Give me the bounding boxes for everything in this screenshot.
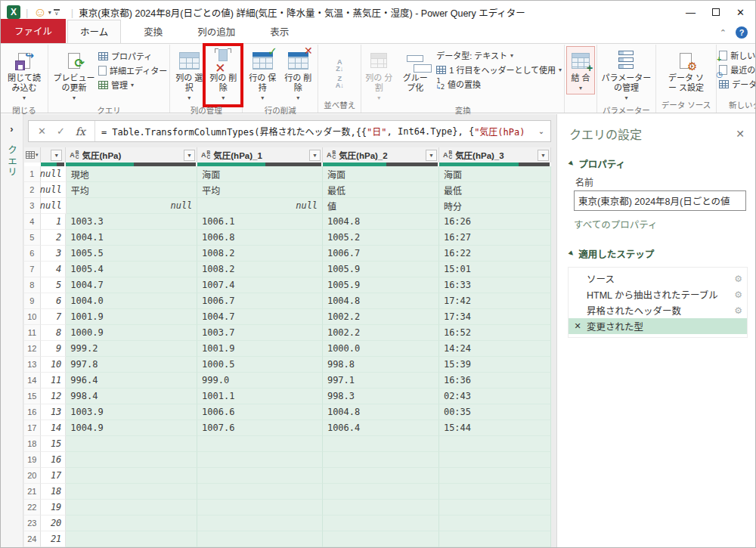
cell[interactable]: 1004.1 [66, 230, 197, 246]
formula-input[interactable]: = Table.TransformColumnTypes(昇格されたヘッダー数,… [95, 121, 532, 141]
cell-day[interactable]: 16 [41, 452, 67, 468]
formula-cancel-icon[interactable]: ✕ [38, 125, 46, 137]
cell[interactable]: 16:33 [439, 277, 551, 293]
filter-dropdown-icon[interactable]: ▼ [426, 150, 437, 161]
cell[interactable] [197, 500, 323, 515]
cell[interactable] [66, 484, 197, 500]
cell[interactable]: 1004.9 [66, 420, 197, 436]
step-settings-gear-icon[interactable]: ⚙ [734, 289, 742, 300]
tab-home[interactable]: ホーム [67, 20, 121, 43]
cell[interactable]: 14:24 [439, 341, 551, 357]
collapse-ribbon-icon[interactable]: ⌃ [720, 28, 727, 38]
filter-dropdown-icon[interactable]: ▼ [309, 150, 321, 161]
cell-day[interactable]: 13 [41, 404, 67, 420]
row-number[interactable]: 20 [24, 468, 41, 484]
cell[interactable]: 1008.2 [197, 262, 323, 277]
cell-day[interactable]: 8 [41, 325, 67, 341]
cell[interactable]: null [67, 198, 198, 214]
row-number[interactable]: 23 [24, 515, 41, 531]
filter-dropdown-icon[interactable]: ▼ [51, 150, 62, 161]
cell[interactable]: 海面 [197, 166, 323, 182]
row-number[interactable]: 14 [24, 373, 41, 389]
cell[interactable] [439, 468, 551, 484]
row-number[interactable]: 15 [24, 389, 41, 404]
cell[interactable]: 16:52 [439, 325, 551, 341]
cell[interactable]: 1002.2 [323, 325, 439, 341]
properties-button[interactable]: プロパティ [98, 50, 167, 62]
cell[interactable]: 17:34 [439, 309, 551, 325]
keep-rows-button[interactable]: ✓ 行の 保持 ▾ [245, 47, 280, 104]
cell[interactable]: 999.2 [66, 341, 197, 357]
excel-app-icon[interactable]: X [7, 5, 20, 19]
cell[interactable] [323, 452, 439, 468]
row-number[interactable]: 10 [24, 309, 41, 325]
cell[interactable] [197, 436, 323, 452]
cell[interactable]: 16:36 [439, 373, 551, 389]
cell[interactable]: 998.8 [323, 357, 439, 373]
tab-add-column[interactable]: 列の追加 [185, 20, 247, 43]
row-number[interactable]: 19 [24, 452, 41, 468]
step-settings-gear-icon[interactable]: ⚙ [734, 274, 742, 284]
cell[interactable]: 1003.9 [66, 404, 197, 420]
cell[interactable]: 996.4 [66, 373, 197, 389]
step-settings-gear-icon[interactable]: ⚙ [734, 305, 742, 316]
cell-day[interactable]: 3 [41, 246, 67, 262]
column-header-気圧(hPa)_1[interactable]: ABC気圧(hPa)_1▼ [197, 147, 323, 163]
cell[interactable]: 時分 [439, 198, 551, 214]
cell[interactable]: 998.4 [66, 389, 197, 404]
cell[interactable]: 998.3 [323, 389, 439, 404]
cell[interactable]: 1006.4 [323, 420, 439, 436]
row-number[interactable]: 18 [24, 436, 41, 452]
cell[interactable]: 16:22 [439, 246, 551, 262]
row-number[interactable]: 1 [24, 166, 41, 182]
applied-step-selected[interactable]: ✕変更された型 [569, 318, 747, 334]
choose-columns-button[interactable]: 列の 選択 ▾ [172, 47, 206, 104]
row-number[interactable]: 21 [24, 484, 41, 500]
column-header-気圧(hPa)_3[interactable]: ABC気圧(hPa)_3▼ [439, 147, 551, 163]
cell[interactable]: 999.0 [197, 373, 323, 389]
tab-view[interactable]: 表示 [258, 20, 301, 43]
cell-day[interactable]: 17 [41, 468, 67, 484]
applied-step-item[interactable]: HTML から抽出されたテーブル⚙ [569, 286, 747, 302]
row-number[interactable]: 17 [24, 420, 41, 436]
tab-transform[interactable]: 変換 [132, 20, 175, 43]
cell[interactable]: 1006.7 [197, 293, 323, 309]
cell-day[interactable]: 6 [41, 293, 67, 309]
cell[interactable]: 1000.5 [197, 357, 323, 373]
cell-day[interactable]: null [41, 182, 67, 198]
cell[interactable] [323, 436, 439, 452]
cell[interactable]: 1005.2 [323, 230, 439, 246]
cell[interactable]: 1007.6 [197, 420, 323, 436]
cell[interactable] [439, 452, 551, 468]
cell[interactable]: 1001.9 [66, 309, 197, 325]
cell-day[interactable]: 10 [41, 357, 67, 373]
cell[interactable]: 1001.1 [197, 389, 323, 404]
cell[interactable]: 最低 [323, 182, 439, 198]
row-number[interactable]: 16 [24, 404, 41, 420]
cell[interactable]: 1003.7 [197, 325, 323, 341]
settings-pane-close-icon[interactable]: ✕ [736, 128, 745, 140]
column-header-気圧(hPa)[interactable]: ABC気圧(hPa)▼ [66, 147, 197, 163]
smiley-dropdown-caret-icon[interactable]: ▾ [48, 9, 51, 16]
cell[interactable]: 1004.0 [66, 293, 197, 309]
cell[interactable]: 1004.8 [323, 404, 439, 420]
cell[interactable]: 値 [323, 198, 439, 214]
delete-step-icon[interactable]: ✕ [569, 321, 587, 331]
cell[interactable] [439, 515, 551, 531]
replace-values-button[interactable]: 1↳2 値の置換 [436, 78, 562, 90]
minimize-button[interactable]: — [686, 7, 696, 18]
row-number[interactable]: 4 [24, 214, 41, 230]
cell[interactable] [197, 484, 323, 500]
sort-ascending-icon[interactable]: AZ↓ [336, 59, 343, 73]
merge-button[interactable]: 結 合 ▾ [567, 47, 594, 94]
cell[interactable]: 00:35 [439, 404, 551, 420]
cell[interactable]: 1006.8 [197, 230, 323, 246]
cell-day[interactable]: 15 [41, 436, 67, 452]
cell[interactable]: 1005.5 [66, 246, 197, 262]
row-number[interactable]: 9 [24, 293, 41, 309]
select-all-button[interactable]: ▾ [24, 147, 41, 163]
expand-queries-pane-icon[interactable]: › [10, 123, 13, 135]
recent-sources-button[interactable]: 最近のソース ▾ [719, 63, 756, 76]
filter-dropdown-icon[interactable]: ▼ [184, 150, 195, 161]
cell[interactable]: 1005.9 [323, 277, 439, 293]
